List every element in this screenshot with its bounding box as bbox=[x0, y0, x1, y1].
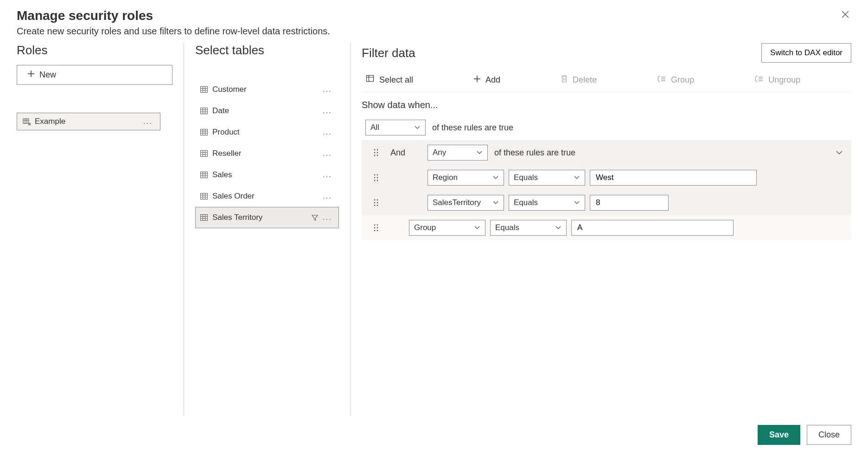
table-more-button[interactable]: ... bbox=[321, 85, 334, 94]
svg-point-12 bbox=[377, 152, 378, 154]
filter-icon bbox=[312, 214, 318, 221]
operator-dropdown[interactable]: Equals bbox=[509, 170, 585, 186]
save-button[interactable]: Save bbox=[758, 425, 800, 445]
add-label: Add bbox=[485, 75, 500, 85]
svg-point-29 bbox=[374, 227, 376, 229]
table-more-button[interactable]: ... bbox=[321, 213, 334, 222]
table-more-button[interactable]: ... bbox=[321, 106, 334, 116]
operator-dropdown[interactable]: Equals bbox=[509, 195, 585, 211]
table-item-product[interactable]: Product ... bbox=[195, 122, 339, 143]
svg-rect-7 bbox=[201, 215, 208, 221]
chevron-down-icon bbox=[492, 175, 499, 180]
field-dropdown[interactable]: Region bbox=[428, 170, 504, 186]
table-more-button[interactable]: ... bbox=[321, 149, 334, 158]
svg-rect-6 bbox=[201, 193, 208, 199]
svg-point-9 bbox=[374, 149, 376, 151]
table-item-reseller[interactable]: Reseller ... bbox=[195, 143, 339, 164]
value-input[interactable] bbox=[590, 195, 669, 211]
tables-panel: Select tables Customer ... Date ... Prod… bbox=[184, 43, 351, 416]
delete-button[interactable]: Delete bbox=[556, 72, 601, 88]
collapse-toggle[interactable] bbox=[836, 150, 848, 155]
table-label: Customer bbox=[212, 85, 321, 94]
dropdown-value: SalesTerritory bbox=[433, 198, 489, 207]
svg-point-27 bbox=[374, 225, 376, 226]
chevron-down-icon bbox=[555, 225, 562, 230]
columns: Roles New Example ... bbox=[17, 43, 851, 416]
table-item-sales-order[interactable]: Sales Order ... bbox=[195, 186, 339, 207]
group-header-row: And Any of these rules are true bbox=[362, 140, 851, 165]
chevron-down-icon bbox=[474, 225, 480, 230]
root-combinator-dropdown[interactable]: All bbox=[365, 120, 426, 135]
svg-point-10 bbox=[377, 149, 378, 151]
dialog-header: Manage security roles bbox=[17, 8, 851, 23]
role-icon bbox=[23, 117, 31, 126]
value-input[interactable] bbox=[571, 220, 734, 236]
group-suffix: of these rules are true bbox=[494, 148, 575, 158]
filter-header-row: Filter data Switch to DAX editor bbox=[362, 43, 851, 63]
dropdown-value: Equals bbox=[514, 173, 570, 182]
table-more-button[interactable]: ... bbox=[321, 170, 334, 180]
field-dropdown[interactable]: SalesTerritory bbox=[428, 195, 504, 211]
dropdown-value: Equals bbox=[495, 223, 551, 232]
delete-label: Delete bbox=[573, 75, 597, 85]
dialog-footer: Save Close bbox=[17, 416, 851, 445]
role-label: Example bbox=[35, 117, 141, 126]
operator-dropdown[interactable]: Equals bbox=[490, 220, 567, 236]
svg-point-13 bbox=[374, 155, 376, 156]
role-more-button[interactable]: ... bbox=[141, 117, 154, 126]
chevron-down-icon bbox=[492, 200, 499, 205]
root-combinator-row: All of these rules are true bbox=[362, 115, 851, 140]
switch-to-dax-button[interactable]: Switch to DAX editor bbox=[761, 43, 851, 63]
table-icon bbox=[200, 150, 208, 157]
value-input[interactable] bbox=[590, 170, 757, 186]
new-role-button[interactable]: New bbox=[17, 65, 172, 85]
table-item-date[interactable]: Date ... bbox=[195, 100, 339, 122]
dialog-subtitle: Create new security roles and use filter… bbox=[17, 26, 851, 37]
group-combinator-dropdown[interactable]: Any bbox=[428, 145, 488, 161]
dropdown-value: Group bbox=[414, 223, 470, 232]
svg-point-16 bbox=[377, 174, 378, 176]
table-label: Product bbox=[212, 128, 321, 137]
table-label: Reseller bbox=[212, 149, 321, 158]
table-icon bbox=[200, 108, 208, 114]
svg-point-11 bbox=[374, 152, 376, 154]
close-button[interactable]: Close bbox=[807, 425, 851, 445]
table-more-button[interactable]: ... bbox=[321, 128, 334, 137]
group-label: Group bbox=[671, 75, 694, 85]
group-button[interactable]: Group bbox=[652, 72, 699, 88]
dropdown-value: Equals bbox=[514, 198, 570, 207]
chevron-down-icon bbox=[414, 125, 421, 130]
field-dropdown[interactable]: Group bbox=[409, 220, 485, 236]
table-more-button[interactable]: ... bbox=[321, 192, 334, 201]
ungroup-button[interactable]: Ungroup bbox=[750, 72, 805, 88]
filter-toolbar: Select all Add Delete bbox=[362, 72, 851, 92]
svg-point-23 bbox=[374, 202, 376, 204]
table-item-sales-territory[interactable]: Sales Territory ... bbox=[195, 207, 339, 228]
filter-panel: Filter data Switch to DAX editor Select … bbox=[351, 43, 851, 416]
drag-handle-icon[interactable] bbox=[371, 174, 381, 181]
svg-rect-2 bbox=[201, 108, 208, 114]
svg-rect-0 bbox=[23, 119, 29, 123]
svg-point-18 bbox=[377, 177, 378, 179]
tables-heading: Select tables bbox=[195, 43, 339, 58]
svg-point-20 bbox=[377, 180, 378, 181]
svg-point-30 bbox=[377, 227, 378, 229]
add-button[interactable]: Add bbox=[469, 72, 505, 88]
dialog-title: Manage security roles bbox=[17, 8, 839, 23]
select-all-button[interactable]: Select all bbox=[362, 72, 418, 88]
table-list: Customer ... Date ... Product ... Resell… bbox=[195, 79, 339, 228]
table-icon bbox=[200, 86, 208, 93]
svg-point-21 bbox=[374, 199, 376, 201]
table-item-customer[interactable]: Customer ... bbox=[195, 79, 339, 100]
table-label: Sales bbox=[212, 170, 321, 180]
drag-handle-icon[interactable] bbox=[371, 149, 381, 156]
close-icon[interactable] bbox=[839, 8, 851, 23]
table-label: Date bbox=[212, 106, 321, 116]
table-item-sales[interactable]: Sales ... bbox=[195, 164, 339, 186]
rule-row: SalesTerritory Equals bbox=[362, 190, 851, 215]
drag-handle-icon[interactable] bbox=[371, 224, 381, 231]
drag-handle-icon[interactable] bbox=[371, 199, 381, 206]
role-item-example[interactable]: Example ... bbox=[17, 113, 160, 130]
svg-point-31 bbox=[374, 230, 376, 231]
svg-point-22 bbox=[377, 199, 378, 201]
